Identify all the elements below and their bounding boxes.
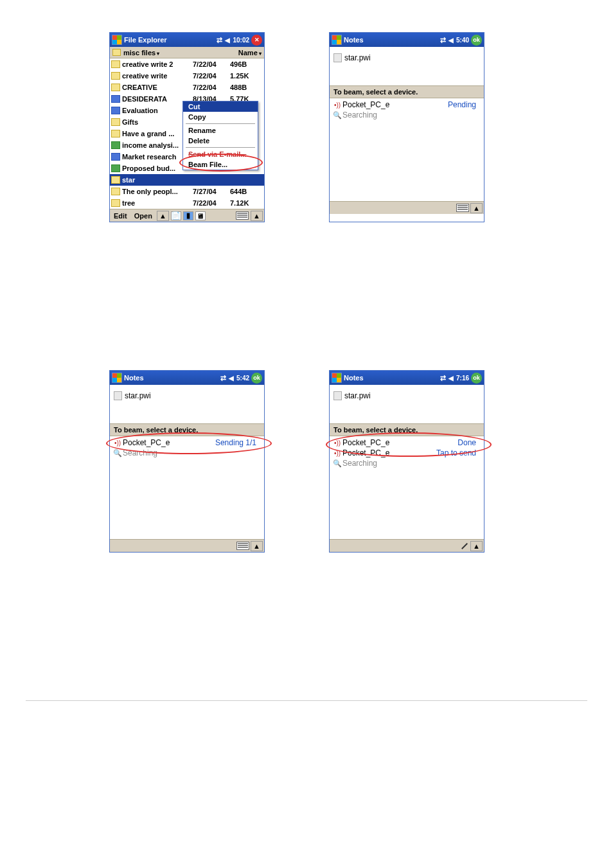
file-panel: star.pwi <box>330 47 484 85</box>
app-title: File Explorer <box>124 36 167 44</box>
file-row[interactable]: tree7/22/047.12K <box>110 197 264 209</box>
infrared-icon: •)) <box>332 439 342 447</box>
ctx-rename[interactable]: Rename <box>183 125 258 136</box>
file-name: creative write <box>122 72 193 80</box>
device-status: Tap to send <box>436 448 481 457</box>
volume-icon[interactable] <box>449 37 454 44</box>
device-status: Sending 1/1 <box>215 438 262 447</box>
device-name: Searching <box>342 459 476 468</box>
ctx-copy[interactable]: Copy <box>183 112 258 122</box>
file-icon <box>111 130 120 137</box>
instruction-bar: To beam, select a device. <box>330 85 484 98</box>
device-list: •))Pocket_PC_eSending 1/1🔍Searching <box>110 436 264 539</box>
sort-dropdown[interactable]: Name <box>238 49 262 57</box>
start-icon[interactable] <box>112 35 122 45</box>
device-row[interactable]: •))Pocket_PC_eSending 1/1 <box>112 438 262 448</box>
device-status: Done <box>458 438 481 447</box>
file-row[interactable]: creative write7/22/041.25K <box>110 70 264 82</box>
up-arrow[interactable]: ▲ <box>251 211 263 221</box>
title-bar: Notes 5:40 ok <box>330 33 484 47</box>
file-icon <box>111 188 120 195</box>
ok-button[interactable]: ok <box>471 373 482 384</box>
device-name: Searching <box>342 111 476 120</box>
instruction-bar: To beam, select a device. <box>110 423 264 436</box>
volume-icon[interactable] <box>225 37 230 44</box>
file-size: 644B <box>230 188 258 195</box>
device-name: Searching <box>123 448 256 457</box>
device-row[interactable]: 🔍Searching <box>332 458 481 468</box>
notes-done-screen: Notes 7:16 ok star.pwi To beam, select a… <box>329 370 484 553</box>
device-row[interactable]: 🔍Searching <box>332 110 481 120</box>
device-row[interactable]: •))Pocket_PC_ePending <box>332 100 481 110</box>
file-icon <box>111 199 120 207</box>
status-icons: 5:42 <box>220 374 249 382</box>
folder-bar: misc files Name <box>110 47 264 58</box>
ok-button[interactable]: ok <box>471 35 482 46</box>
tool-icon-2[interactable]: ▮ <box>183 211 193 220</box>
start-icon[interactable] <box>332 373 342 383</box>
notes-sending-screen: Notes 5:42 ok star.pwi To beam, select a… <box>109 370 265 553</box>
clock: 10:02 <box>233 37 249 44</box>
file-size: 488B <box>230 84 258 91</box>
device-row[interactable]: 🔍Searching <box>112 448 262 458</box>
infrared-icon: •)) <box>332 102 342 109</box>
edit-menu[interactable]: Edit <box>111 211 130 221</box>
file-date: 7/27/04 <box>193 188 230 195</box>
file-icon <box>111 107 120 114</box>
ctx-beam-file[interactable]: Beam File... <box>183 159 258 170</box>
file-name: The only peopl... <box>122 188 193 195</box>
start-icon[interactable] <box>332 35 342 45</box>
file-size: 1.25K <box>230 72 258 80</box>
volume-icon[interactable] <box>229 375 234 382</box>
device-row[interactable]: •))Pocket_PC_eTap to send <box>332 448 481 458</box>
tool-icon-3[interactable]: 🖥 <box>195 211 206 220</box>
device-row[interactable]: •))Pocket_PC_eDone <box>332 438 481 448</box>
tool-icon-1[interactable]: 📄 <box>171 211 181 220</box>
status-icons: 7:16 <box>440 374 469 382</box>
up-arrow[interactable]: ▲ <box>470 541 483 551</box>
keyboard-icon[interactable] <box>236 542 249 550</box>
connectivity-icon[interactable] <box>440 374 446 382</box>
up-arrow[interactable]: ▲ <box>251 541 263 551</box>
pen-icon[interactable] <box>460 542 469 551</box>
file-icon <box>111 141 120 149</box>
volume-icon[interactable] <box>449 375 454 382</box>
connectivity-icon[interactable] <box>220 374 226 382</box>
file-icon <box>111 84 120 91</box>
infrared-icon: •)) <box>332 450 342 457</box>
up-button[interactable]: ▲ <box>157 211 169 221</box>
file-name: creative write 2 <box>122 60 193 68</box>
file-name: star.pwi <box>125 391 151 400</box>
file-list: creative write 27/22/04496Bcreative writ… <box>110 58 264 209</box>
file-row[interactable]: The only peopl...7/27/04644B <box>110 186 264 197</box>
bottom-bar: Edit Open ▲ 📄 ▮ 🖥 ▲ <box>110 209 264 222</box>
connectivity-icon[interactable] <box>440 36 446 44</box>
search-icon: 🔍 <box>112 449 123 457</box>
file-row[interactable]: star <box>110 174 264 186</box>
connectivity-icon[interactable] <box>217 36 222 44</box>
keyboard-icon[interactable] <box>456 204 469 212</box>
file-row[interactable]: CREATIVE7/22/04488B <box>110 82 264 93</box>
ok-button[interactable]: ok <box>251 373 262 384</box>
file-date: 7/22/04 <box>193 60 230 68</box>
notes-pending-screen: Notes 5:40 ok star.pwi To beam, select a… <box>329 32 484 222</box>
app-title: Notes <box>344 36 364 44</box>
start-icon[interactable] <box>112 373 122 383</box>
title-bar: Notes 7:16 ok <box>330 371 484 385</box>
open-menu[interactable]: Open <box>132 211 155 221</box>
close-button[interactable]: ✕ <box>251 35 262 46</box>
file-panel: star.pwi <box>330 385 484 423</box>
file-icon <box>111 118 120 126</box>
infrared-icon: •)) <box>112 439 123 447</box>
file-icon <box>111 72 120 80</box>
ctx-delete[interactable]: Delete <box>183 136 258 146</box>
ctx-cut[interactable]: Cut <box>183 102 258 112</box>
ctx-send-email[interactable]: Send via E-mail... <box>183 149 258 159</box>
file-row[interactable]: creative write 27/22/04496B <box>110 58 264 70</box>
file-name: tree <box>122 199 193 207</box>
device-name: Pocket_PC_e <box>342 448 436 457</box>
folder-dropdown[interactable]: misc files <box>123 49 159 57</box>
keyboard-icon[interactable] <box>236 211 249 220</box>
up-arrow[interactable]: ▲ <box>470 203 483 213</box>
file-name: CREATIVE <box>122 84 193 91</box>
